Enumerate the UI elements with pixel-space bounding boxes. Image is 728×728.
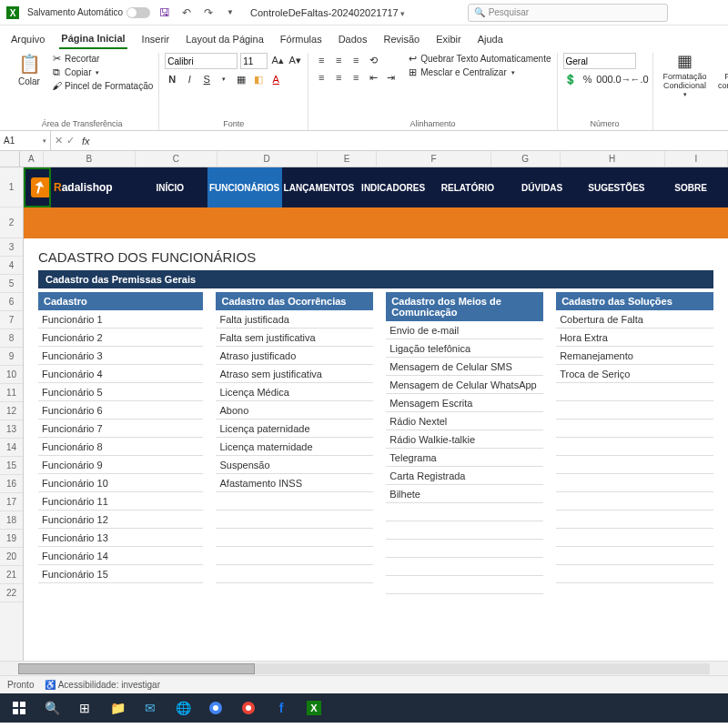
decrease-font-icon[interactable]: A▾ [288,53,302,67]
spreadsheet-grid[interactable]: ABCDEFGHI 123456789101112131415161718192… [0,151,728,661]
name-box[interactable]: A1 [0,131,51,150]
underline-button[interactable]: S [199,72,214,86]
row-header[interactable]: 17 [0,493,23,511]
formula-input[interactable] [94,131,728,150]
col-header[interactable]: E [318,151,378,167]
menu-tab-layout-da-página[interactable]: Layout da Página [184,30,266,48]
data-cell[interactable]: Troca de Seriço [556,365,713,383]
font-name-select[interactable] [165,53,238,69]
data-cell[interactable]: Falta justificada [216,310,373,329]
data-cell[interactable]: Licença maternidade [216,438,373,456]
font-size-select[interactable] [240,53,268,69]
col-header[interactable]: C [136,151,217,167]
filename-label[interactable]: ControleDeFaltas-202402021717 [250,7,405,18]
search-input[interactable]: 🔍 Pesquisar [468,4,668,22]
data-cell[interactable] [386,503,543,521]
row-header[interactable]: 7 [0,311,23,329]
qat-dropdown-icon[interactable]: ▼ [223,5,238,20]
file-explorer-button[interactable]: 📁 [102,695,133,721]
cancel-icon[interactable]: ✕ [55,135,63,147]
nav-dúvidas[interactable]: DÚVIDAS [505,167,580,207]
data-cell[interactable]: Mensagem de Celular SMS [386,358,543,376]
menu-tab-exibir[interactable]: Exibir [434,30,463,48]
row-header[interactable]: 14 [0,439,23,457]
align-top-icon[interactable]: ≡ [314,53,329,67]
data-cell[interactable] [556,474,713,492]
data-cell[interactable]: Funcionário 9 [38,456,203,474]
row-header[interactable]: 18 [0,511,23,530]
row-header[interactable]: 13 [0,420,23,439]
nav-sugestões[interactable]: SUGESTÕES [580,167,654,207]
data-cell[interactable] [556,438,713,456]
mail-button[interactable]: ✉ [135,695,166,721]
align-center-icon[interactable]: ≡ [331,70,346,85]
row-header[interactable]: 19 [0,530,23,548]
align-middle-icon[interactable]: ≡ [331,53,346,67]
row-header[interactable]: 12 [0,402,23,420]
data-cell[interactable]: Funcionário 5 [38,383,203,401]
row-header[interactable]: 9 [0,348,23,366]
facebook-button[interactable]: f [266,695,297,721]
align-right-icon[interactable]: ≡ [349,70,363,85]
increase-decimal-icon[interactable]: .0→ [615,72,630,86]
col-header[interactable]: G [491,151,561,167]
data-cell[interactable] [216,547,373,565]
data-cell[interactable]: Funcionário 4 [38,365,203,383]
row-header[interactable]: 16 [0,475,23,493]
fx-icon[interactable]: fx [78,136,94,147]
row-header[interactable]: 3 [0,238,23,257]
conditional-formatting-button[interactable]: ▦Formatação Condicional▾ [659,53,712,97]
row-header[interactable]: 5 [0,275,23,293]
merge-center-button[interactable]: ⊞Mesclar e Centralizar▾ [407,66,551,78]
data-cell[interactable] [386,558,543,576]
data-cell[interactable]: Funcionário 6 [38,401,203,420]
number-format-select[interactable] [563,53,636,69]
increase-font-icon[interactable]: A▴ [270,53,285,67]
data-cell[interactable]: Mensagem de Celular WhatsApp [386,376,543,394]
horizontal-scrollbar[interactable] [0,661,728,675]
data-cell[interactable]: Licença paternidade [216,420,373,438]
edge-button[interactable]: 🌐 [167,695,198,721]
align-bottom-icon[interactable]: ≡ [349,53,363,67]
fill-color-button[interactable]: ◧ [251,72,266,86]
scrollbar-thumb[interactable] [18,663,255,674]
data-cell[interactable]: Mensagem Escrita [386,394,543,412]
data-cell[interactable]: Funcionário 11 [38,492,203,511]
chrome-button-2[interactable] [233,695,264,721]
data-cell[interactable] [556,456,713,474]
data-cell[interactable] [556,420,713,438]
data-cell[interactable]: Suspensão [216,456,373,474]
data-cell[interactable]: Falta sem justificativa [216,329,373,347]
data-cell[interactable] [216,511,373,529]
col-header[interactable]: F [377,151,490,167]
nav-relatório[interactable]: RELATÓRIO [430,167,505,207]
data-cell[interactable]: Atraso justificado [216,347,373,365]
data-cell[interactable] [556,565,713,583]
col-header[interactable]: H [561,151,665,167]
data-cell[interactable]: Cobertura de Falta [556,310,713,329]
data-cell[interactable]: Funcionário 14 [38,547,203,565]
nav-início[interactable]: INÍCIO [133,167,207,207]
nav-indicadores[interactable]: INDICADORES [356,167,430,207]
italic-button[interactable]: I [182,72,197,86]
chrome-button-1[interactable] [200,695,231,721]
data-cell[interactable]: Atraso sem justificativa [216,365,373,383]
orientation-icon[interactable]: ⟲ [366,53,380,67]
excel-taskbar-button[interactable]: X [298,695,329,721]
copy-button[interactable]: ⧉Copiar▾ [51,66,153,78]
save-icon[interactable]: 🖫 [157,5,172,20]
data-cell[interactable]: Funcionário 8 [38,438,203,456]
indent-decrease-icon[interactable]: ⇤ [366,70,380,85]
data-cell[interactable] [556,383,713,401]
data-cell[interactable]: Funcionário 12 [38,511,203,529]
menu-tab-página-inicial[interactable]: Página Inicial [59,29,126,49]
column-headers[interactable]: ABCDEFGHI [0,151,728,167]
data-cell[interactable]: Abono [216,401,373,420]
row-header[interactable]: 22 [0,584,23,602]
percent-icon[interactable]: % [581,72,595,86]
col-header[interactable]: D [217,151,318,167]
nav-sobre[interactable]: SOBRE [653,167,728,207]
data-cell[interactable]: Funcionário 15 [38,565,203,583]
data-cell[interactable] [216,565,373,583]
row-header[interactable]: 1 [0,167,23,207]
